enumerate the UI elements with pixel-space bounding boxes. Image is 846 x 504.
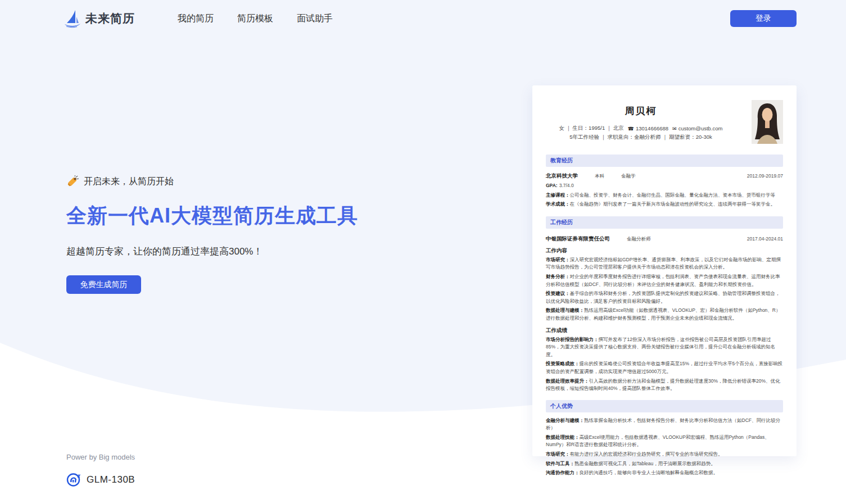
work-row: 中银国际证券有限责任公司 金融分析师 2017.04-2024.01 [546, 235, 783, 243]
hero-title: 全新一代AI大模型简历生成工具 [66, 202, 358, 230]
result-item: 市场分析报告的影响力：撰写并发布了12份深入市场分析报告，这些报告被公司高层及投… [546, 336, 783, 359]
hero-subtitle: 超越简历专家，让你的简历通过率提高300%！ [66, 245, 358, 258]
hero-eyebrow-text: 开启未来，从简历开始 [84, 176, 174, 188]
resume-email: custom@ustb.com [678, 125, 723, 131]
email-icon: ✉ [672, 126, 677, 131]
resume-phone: 13014666688 [636, 125, 668, 131]
nav-item-my-resume[interactable]: 我的简历 [178, 13, 214, 25]
resume-meta-line2: 5年工作经验 ｜ 求职意向：金融分析师 ｜ 期望薪资：20-30k [546, 134, 736, 141]
job-title: 金融分析师 [627, 236, 651, 243]
strength-item: 沟通协作能力：良好的沟通技巧，能够向非专业人士清晰地解释金融概念和数据。 [546, 469, 783, 477]
result-item: 投资策略成效：提出的投资策略使公司投资组合年收益率提高至15%，超过行业平均水平… [546, 360, 783, 375]
model-name: GLM-130B [87, 474, 135, 485]
glm-logo-icon [66, 473, 81, 487]
strength-item: 软件与工具：熟悉金融数据可视化工具，如Tableau，用于清晰展示数据和趋势。 [546, 460, 783, 468]
education-row: 北京科技大学 本科 金融学 2012.09-2019.07 [546, 172, 783, 180]
courses-line: 主修课程：公司金融、投资学、财务会计、金融衍生品、国际金融、量化金融方法、资本市… [546, 192, 783, 199]
achievement-text: 在《金融趋势》期刊发表了一篇关于新兴市场金融波动性的研究论文、连续两年获得一等奖… [570, 201, 776, 207]
duty-item: 财务分析：对企业的年度和季度财务报告进行详细审核，包括利润表、资产负债表和现金流… [546, 273, 783, 288]
sailboat-icon [63, 9, 82, 28]
duty-item: 市场研究：深入研究宏观经济指标如GDP增长率、通货膨胀率、利率政策，以及它们对金… [546, 256, 783, 271]
page: 未来简历 我的简历 简历模板 面试助手 登录 开启未来，从简历开始 全新一代AI… [0, 0, 846, 504]
resume-basic-info: 女 ｜ 生日：1995/1 ｜ 北京 [559, 125, 624, 132]
school-name: 北京科技大学 [546, 172, 578, 180]
resume-meta-line1: 女 ｜ 生日：1995/1 ｜ 北京 ☎ 13014666688 ✉ custo… [546, 125, 736, 132]
education-period: 2012.09-2019.07 [747, 173, 783, 179]
courses-text: 公司金融、投资学、财务会计、金融衍生品、国际金融、量化金融方法、资本市场、货币银… [570, 192, 776, 198]
courses-label: 主修课程： [546, 192, 570, 198]
duties-heading: 工作内容 [546, 247, 783, 255]
company-name: 中银国际证券有限责任公司 [546, 235, 610, 243]
hero-eyebrow: 开启未来，从简历开始 [66, 175, 358, 188]
resume-name: 周贝柯 [546, 105, 736, 117]
gpa-value: 3.7/4.0 [559, 183, 574, 188]
results-heading: 工作成绩 [546, 327, 783, 334]
section-header-strengths: 个人优势 [546, 400, 783, 412]
nav-item-interview-assistant[interactable]: 面试助手 [297, 13, 333, 25]
degree: 本科 [595, 173, 604, 180]
megaphone-icon [66, 175, 79, 188]
achievement-label: 学术成就： [546, 201, 570, 207]
duty-item: 投资建议：基于综合的市场和财务分析，为投资团队提供定制化的投资建议和策略、协助管… [546, 290, 783, 305]
strength-item: 金融分析与建模：熟练掌握金融分析技术，包括财务报告分析、财务比率分析和估值方法（… [546, 417, 783, 432]
work-period: 2017.04-2024.01 [747, 236, 783, 242]
brand-logo[interactable]: 未来简历 [63, 9, 135, 28]
footer: Power by Big models GLM-130B [66, 453, 135, 487]
resume-preview-card: 周贝柯 女 ｜ 生日：1995/1 ｜ 北京 ☎ 13014666688 ✉ c… [532, 85, 797, 456]
gpa-line: GPA:3.7/4.0 [546, 182, 783, 190]
resume-header: 周贝柯 女 ｜ 生日：1995/1 ｜ 北京 ☎ 13014666688 ✉ c… [546, 105, 783, 141]
gpa-label: GPA: [546, 183, 558, 188]
phone-icon: ☎ [628, 126, 634, 131]
section-header-work: 工作经历 [546, 216, 783, 229]
resume-header-text: 周贝柯 女 ｜ 生日：1995/1 ｜ 北京 ☎ 13014666688 ✉ c… [546, 105, 736, 141]
top-nav: 未来简历 我的简历 简历模板 面试助手 登录 [0, 0, 846, 37]
strength-item: 市场研究：有能力进行深入的宏观经济和行业趋势研究，撰写专业的市场研究报告。 [546, 451, 783, 458]
powered-by-text: Power by Big models [66, 453, 135, 461]
major: 金融学 [621, 173, 636, 180]
achievement-line: 学术成就：在《金融趋势》期刊发表了一篇关于新兴市场金融波动性的研究论文、连续两年… [546, 201, 783, 208]
nav-item-resume-templates[interactable]: 简历模板 [237, 13, 273, 25]
resume-photo [752, 100, 783, 144]
login-button[interactable]: 登录 [730, 10, 797, 27]
section-header-education: 教育经历 [546, 155, 783, 167]
brand-name: 未来简历 [85, 11, 135, 26]
generate-resume-button[interactable]: 免费生成简历 [66, 275, 141, 294]
strength-item: 数据处理技能：高级Excel使用能力，包括数据透视表、VLOOKUP和宏编程、熟… [546, 434, 783, 449]
hero-section: 开启未来，从简历开始 全新一代AI大模型简历生成工具 超越简历专家，让你的简历通… [66, 175, 358, 294]
nav-items: 我的简历 简历模板 面试助手 [178, 13, 333, 25]
duty-item: 数据处理与建模：熟练运用高级Excel功能（如数据透视表、VLOOKUP、宏）和… [546, 307, 783, 322]
result-item: 数据处理效率提升：引入高效的数据分析方法和金融模型，提升数据处理速度30%，降低… [546, 378, 783, 393]
model-row: GLM-130B [66, 473, 135, 487]
